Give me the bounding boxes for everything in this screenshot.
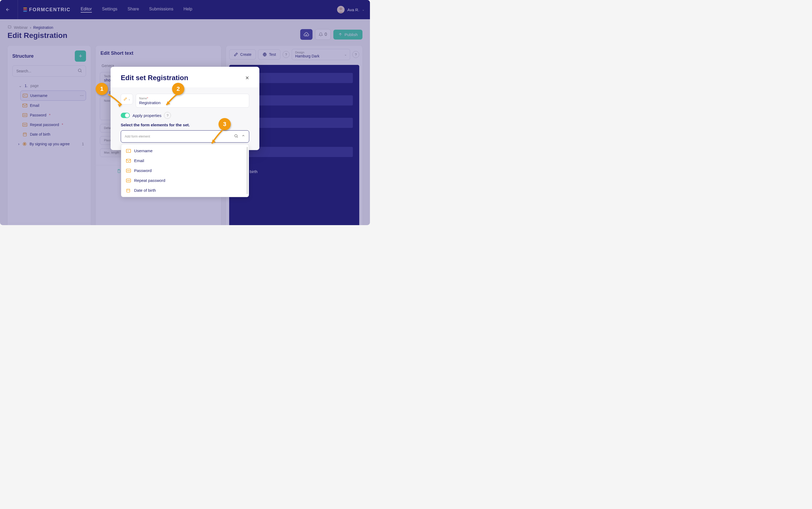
- arrow-2: [162, 93, 181, 110]
- option-label: Password: [134, 168, 152, 173]
- option-username[interactable]: Username: [121, 146, 249, 156]
- close-icon[interactable]: ✕: [245, 75, 249, 81]
- set-name-field[interactable]: Name*: [136, 94, 249, 108]
- option-password[interactable]: Password: [121, 166, 249, 175]
- option-label: Date of birth: [134, 188, 156, 193]
- chevron-up-icon: [241, 134, 245, 139]
- option-dob[interactable]: Date of birth: [121, 185, 249, 195]
- dropdown-scrollbar[interactable]: [246, 147, 248, 194]
- svg-rect-37: [127, 189, 130, 192]
- text-field-icon: [126, 149, 131, 153]
- option-repeat-password[interactable]: Repeat password: [121, 175, 249, 185]
- svg-point-25: [235, 135, 237, 137]
- email-icon: [126, 159, 131, 163]
- edit-set-modal: Edit set Registration ✕ ⌄ Name* Apply pr…: [110, 67, 259, 150]
- svg-point-36: [129, 180, 130, 181]
- set-name-input[interactable]: [139, 100, 246, 105]
- option-label: Username: [134, 148, 153, 153]
- svg-point-32: [129, 170, 130, 171]
- set-name-label: Name*: [139, 97, 148, 100]
- search-icon: [234, 134, 238, 139]
- svg-point-31: [128, 170, 129, 171]
- svg-rect-28: [126, 159, 131, 162]
- svg-point-35: [128, 180, 129, 181]
- help-icon[interactable]: ?: [164, 112, 171, 119]
- arrow-1: [107, 93, 126, 110]
- apply-properties-toggle[interactable]: [121, 113, 130, 118]
- apply-properties-label: Apply properties: [133, 113, 161, 118]
- option-label: Email: [134, 158, 144, 163]
- svg-point-34: [127, 180, 128, 181]
- option-label: Repeat password: [134, 178, 165, 183]
- option-email[interactable]: Email: [121, 156, 249, 166]
- svg-point-30: [127, 170, 128, 171]
- password-icon: [126, 169, 131, 172]
- password-icon: [126, 179, 131, 182]
- chevron-down-icon: ⌄: [128, 98, 130, 101]
- add-element-combobox[interactable]: Add form element Username Email Password: [121, 130, 249, 143]
- arrow-3: [208, 129, 227, 148]
- calendar-icon: [126, 188, 131, 193]
- callout-1: 1: [96, 83, 108, 95]
- combobox-dropdown: Username Email Password Repeat password …: [121, 144, 249, 197]
- modal-title: Edit set Registration: [121, 74, 188, 82]
